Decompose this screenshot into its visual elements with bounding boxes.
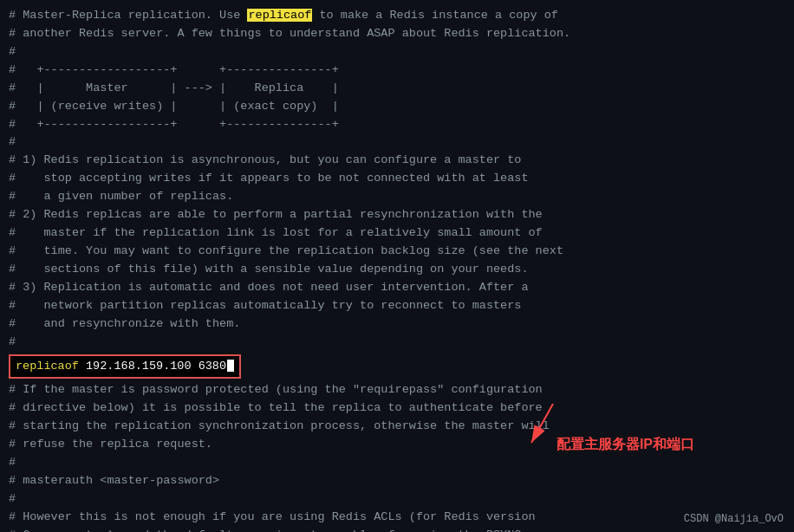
- watermark: CSDN @Naijia_OvO: [684, 513, 784, 525]
- after-line-6: # masterauth <master-password>: [9, 472, 785, 490]
- line-6: # stop accepting writes if it appears to…: [9, 170, 785, 188]
- line-14: # and resynchronize with them.: [9, 315, 785, 334]
- line-table-4: # +------------------+ +---------------+: [9, 116, 785, 134]
- terminal: # Master-Replica replication. Use replic…: [0, 0, 794, 532]
- line-table-3: # | (receive writes) | | (exact copy) |: [9, 98, 785, 116]
- line-table-2: # | Master | ---> | Replica |: [9, 80, 785, 98]
- line-7: # a given number of replicas.: [9, 188, 785, 206]
- cursor: [227, 360, 234, 372]
- line-9: # master if the replication link is lost…: [9, 224, 785, 243]
- line-12: # 3) Replication is automatic and does n…: [9, 279, 785, 297]
- line-1: # Master-Replica replication. Use replic…: [9, 7, 785, 25]
- command-line: replicaof 192.168.159.100 6380: [9, 354, 241, 380]
- line-5: # 1) Redis replication is asynchronous, …: [9, 152, 785, 170]
- after-line-9: # 6 or greater), and the default user is…: [9, 527, 785, 532]
- line-2: # another Redis server. A few things to …: [9, 25, 785, 43]
- line-15: #: [9, 334, 785, 352]
- line-11: # sections of this file) with a sensible…: [9, 261, 785, 279]
- after-line-8: # However this is not enough if you are …: [9, 509, 785, 527]
- svg-line-1: [531, 404, 553, 443]
- highlight-replicaof: replicaof: [247, 9, 312, 22]
- line-3: #: [9, 43, 785, 62]
- command-args: 192.168.159.100 6380: [79, 360, 226, 373]
- line-table-1: # +------------------+ +---------------+: [9, 62, 785, 80]
- command-keyword: replicaof: [16, 360, 79, 373]
- line-4: #: [9, 133, 785, 152]
- annotation-text: 配置主服务器IP和端口: [556, 436, 694, 454]
- line-10: # time. You may want to configure the re…: [9, 243, 785, 261]
- line-8: # 2) Redis replicas are able to perform …: [9, 206, 785, 224]
- after-line-5: #: [9, 454, 785, 472]
- after-line-7: #: [9, 490, 785, 509]
- line-13: # network partition replicas automatical…: [9, 297, 785, 315]
